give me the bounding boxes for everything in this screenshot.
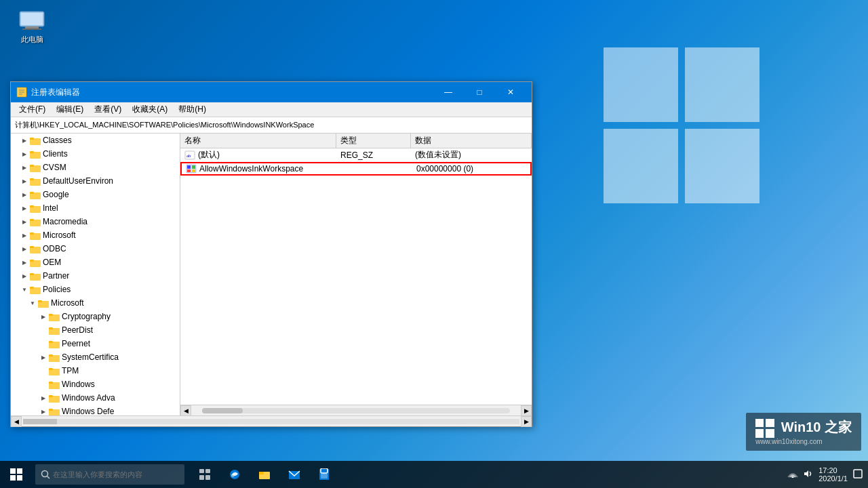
tree-scroll-thumb[interactable] [23,419,57,424]
svg-rect-72 [199,469,204,473]
taskbar-volume-icon [804,470,813,479]
mail-button[interactable] [281,461,308,488]
tree-arrow-systemcert: ▶ [38,354,49,361]
folder-icon [30,244,41,253]
folder-icon [30,285,41,294]
svg-rect-50 [49,382,53,384]
tree-item-peerdist[interactable]: PeerDist [11,323,180,337]
svg-rect-63 [766,419,774,427]
tree-item-peernet[interactable]: Peernet [11,337,180,350]
tree-item-odbc[interactable]: ▶ ODBC [11,242,180,256]
tree-item-systemcert[interactable]: ▶ SystemCertifica [11,350,180,364]
tree-arrow-partner: ▶ [19,273,30,279]
tree-label-cvsm: CVSM [43,163,66,172]
tree-item-classes[interactable]: ▶ Classes [11,134,180,147]
tree-item-windowsdefe[interactable]: ▶ Windows Defe [11,405,180,415]
scrollbar-thumb[interactable] [202,408,243,413]
folder-icon [30,190,41,199]
svg-rect-62 [755,419,764,427]
cell-allowink-data: 0x00000000 (0) [412,163,530,174]
tree-item-oem[interactable]: ▶ OEM [11,256,180,269]
svg-rect-44 [49,341,53,343]
svg-rect-40 [49,314,53,316]
cell-allowink-name-text: AllowWindowsInkWorkspace [199,164,303,174]
tree-item-cvsm[interactable]: ▶ CVSM [11,161,180,174]
tree-label-peerdist: PeerDist [62,325,93,335]
tree-label-defaultuser: DefaultUserEnviron [43,176,113,186]
tree-item-windowsadva[interactable]: ▶ Windows Adva [11,391,180,405]
tree-item-windows[interactable]: Windows [11,378,180,391]
col-header-data[interactable]: 数据 [411,134,532,148]
table-row[interactable]: ab (默认) REG_SZ (数值未设置) [180,148,532,162]
start-button[interactable] [0,461,33,488]
tree-label-oem: OEM [43,258,61,267]
folder-icon [30,230,41,240]
menu-view[interactable]: 查看(V) [89,102,127,117]
tree-item-policies-microsoft[interactable]: ▼ Microsoft [11,296,180,310]
tree-horizontal-scrollbar[interactable]: ◀ ▶ [11,415,532,426]
menu-edit[interactable]: 编辑(E) [51,102,89,117]
tree-item-clients[interactable]: ▶ Clients [11,147,180,161]
folder-icon [30,258,41,267]
svg-rect-65 [766,429,774,438]
svg-rect-75 [205,475,210,480]
svg-rect-52 [49,395,53,397]
svg-rect-22 [30,192,34,194]
folder-icon [30,176,41,186]
tree-item-intel[interactable]: ▶ Intel [11,201,180,215]
tree-item-tpm[interactable]: TPM [11,364,180,378]
folder-icon [49,380,60,389]
horizontal-scrollbar[interactable]: ◀ ▶ [180,405,532,415]
minimize-button[interactable]: — [433,82,464,102]
folder-icon [49,407,60,415]
search-input[interactable] [53,470,175,479]
tree-item-macromedia[interactable]: ▶ Macromedia [11,215,180,228]
tree-item-google[interactable]: ▶ Google [11,188,180,201]
tree-arrow: ▶ [19,151,30,157]
desktop-icon-thispc[interactable]: 此电脑 [10,10,54,45]
menu-help[interactable]: 帮助(H) [173,102,212,117]
tree-item-defaultuser[interactable]: ▶ DefaultUserEnviron [11,174,180,188]
tree-scroll-left[interactable]: ◀ [11,416,22,427]
tree-item-cryptography[interactable]: ▶ Cryptography [11,310,180,323]
folder-icon [49,312,60,321]
address-bar: 计算机\HKEY_LOCAL_MACHINE\SOFTWARE\Policies… [11,117,532,134]
edge-button[interactable]: e [221,461,248,488]
notification-icon[interactable] [853,469,863,480]
tree-label-windowsdefe: Windows Defe [62,407,114,415]
svg-rect-6 [25,26,39,28]
cell-default-type: REG_SZ [336,148,411,161]
file-explorer-button[interactable] [251,461,278,488]
svg-rect-28 [30,232,34,235]
scroll-right-button[interactable]: ▶ [521,405,532,416]
tree-arrow-windowsadva: ▶ [38,395,49,401]
menu-favorites[interactable]: 收藏夹(A) [127,102,173,117]
taskbar-search[interactable] [35,464,184,485]
menu-file[interactable]: 文件(F) [14,102,51,117]
folder-icon [30,149,41,159]
tree-arrow-windowsdefe: ▶ [38,409,49,415]
col-header-type[interactable]: 类型 [336,134,411,148]
svg-rect-58 [187,165,191,169]
tree-pane[interactable]: ▶ Classes ▶ Clients ▶ [11,134,180,415]
store-button[interactable] [311,461,338,488]
task-view-button[interactable] [191,461,218,488]
svg-rect-79 [259,472,264,474]
scroll-left-button[interactable]: ◀ [180,405,191,416]
tree-label-partner: Partner [43,271,69,281]
tree-label-clients: Clients [43,149,68,159]
table-row-allowink[interactable]: AllowWindowsInkWorkspace 0x00000000 (0) [180,162,532,176]
tree-item-policies[interactable]: ▼ Policies [11,283,180,296]
tree-item-partner[interactable]: ▶ Partner [11,269,180,283]
maximize-button[interactable]: □ [464,82,495,102]
close-button[interactable]: ✕ [495,82,526,102]
taskbar-network-icon [787,470,798,479]
col-header-name[interactable]: 名称 [180,134,336,148]
tree-item-microsoft[interactable]: ▶ Microsoft [11,228,180,242]
this-pc-icon [18,10,45,32]
cell-default-name: ab (默认) [180,148,336,161]
watermark-url: www.win10xitong.com [755,438,852,445]
clock[interactable]: 17:202020/1/1 [818,466,848,483]
svg-rect-38 [38,300,42,302]
tree-scroll-right[interactable]: ▶ [521,416,532,427]
